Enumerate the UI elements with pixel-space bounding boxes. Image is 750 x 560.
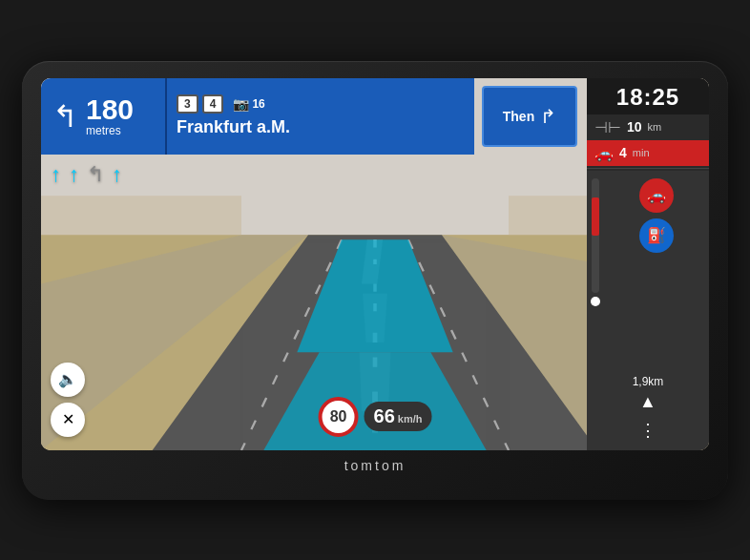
device-shell: ↰ 180 metres 3 4 📷 16 Fra: [22, 61, 728, 500]
lane-arrow-3: ↰: [87, 162, 104, 187]
traffic-icons: 🚗 ⛽: [608, 178, 705, 367]
traffic-jam-segment: [592, 197, 599, 236]
brand-label: tomtom: [344, 458, 406, 473]
side-panel: 18:25 ⊣⊢ 10 km 🚗 4 min: [587, 78, 709, 450]
distance-value: 10: [627, 119, 642, 135]
speed-cam-badge: 📷 16: [227, 94, 270, 114]
road-badge-1: 3: [177, 94, 198, 114]
traffic-icon-fuel: ⛽: [639, 218, 674, 253]
nav-road-info: 3 4 📷 16 Frankfurt a.M.: [165, 78, 474, 155]
traffic-panel: 🚗 ⛽ 1,9km ▲ ⋮: [587, 171, 709, 450]
screen-content: ↰ 180 metres 3 4 📷 16 Fra: [41, 78, 709, 450]
traffic-bar: [592, 178, 599, 293]
road-badge-2: 4: [202, 94, 224, 114]
direction-arrow-icon: ↰: [52, 101, 78, 132]
distance-unit: metres: [86, 124, 134, 137]
speed-unit: km/h: [398, 413, 423, 425]
compass-arrow: ▲: [639, 392, 656, 412]
time-unit-label: min: [633, 147, 650, 158]
fuel-icon: ⛽: [647, 226, 666, 244]
car-traffic-icon: 🚗: [647, 186, 666, 204]
screen: ↰ 180 metres 3 4 📷 16 Fra: [41, 78, 709, 450]
lane-arrow-4: ↑: [112, 162, 122, 187]
lane-arrow-2: ↑: [69, 162, 79, 187]
nav-bar: ↰ 180 metres 3 4 📷 16 Fra: [41, 78, 585, 155]
svg-rect-17: [41, 196, 241, 235]
close-icon: ✕: [62, 410, 74, 428]
info-row-distance: ⊣⊢ 10 km: [587, 114, 709, 140]
nav-distance: 180 metres: [86, 95, 134, 137]
traffic-dot: [591, 297, 600, 306]
road-name: Frankfurt a.M.: [177, 117, 465, 137]
sound-icon: 🔈: [58, 370, 77, 388]
time-display: 18:25: [587, 78, 709, 114]
speed-value: 66: [374, 405, 395, 427]
lane-arrow-1: ↑: [51, 162, 61, 187]
close-button[interactable]: ✕: [51, 403, 85, 437]
nav-then-panel: Then ↱: [482, 86, 577, 147]
distance-icon: ⊣⊢: [594, 118, 621, 136]
menu-button[interactable]: ⋮: [639, 416, 656, 446]
time-value: 4: [619, 145, 627, 160]
speed-display: 80 66 km/h: [319, 397, 432, 437]
then-label: Then: [503, 109, 534, 124]
speed-limit-sign: 80: [319, 397, 359, 437]
distance-unit-label: km: [648, 121, 662, 133]
lane-bar: ↑ ↑ ↰ ↑: [41, 155, 132, 195]
poi-distance-label: 1,9km: [633, 375, 664, 388]
distance-number: 180: [86, 95, 134, 124]
traffic-icon-car: 🚗: [639, 178, 674, 213]
then-arrow-icon: ↱: [540, 105, 556, 128]
nav-direction-panel: ↰ 180 metres: [41, 78, 165, 155]
speed-cam-limit: 16: [252, 97, 264, 111]
camera-icon: 📷: [233, 96, 249, 112]
car-icon: 🚗: [594, 144, 614, 162]
separator-1: [587, 168, 709, 169]
info-row-time: 🚗 4 min: [587, 140, 709, 166]
sound-button[interactable]: 🔈: [51, 363, 85, 397]
road-badges: 3 4 📷 16: [177, 94, 465, 114]
current-speed-display: 66 km/h: [365, 402, 432, 431]
bottom-controls: 🔈 ✕: [51, 363, 85, 437]
